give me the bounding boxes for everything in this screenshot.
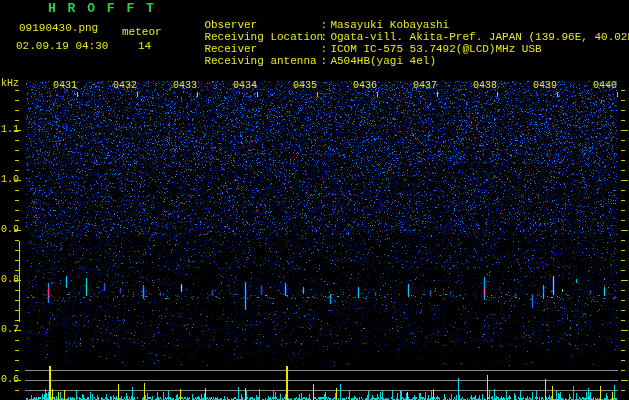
app-title: H R O F F T [48,3,156,15]
freq-label-0-6: 0.6 [1,374,17,386]
freq-label-0-8: 0.8 [1,274,17,286]
time-label-0437: 0437 [410,80,440,92]
freq-label-0-9: 0.9 [1,224,17,236]
freq-label-0-7: 0.7 [1,324,17,336]
info-value: A504HB(yagi 4el) [330,55,436,67]
observation-datetime: 02.09.19 04:30 [16,40,108,52]
info-colon: : [320,55,330,67]
freq-axis-unit: kHz [1,78,17,90]
time-label-0440: 0440 [590,80,620,92]
output-filename: 09190430.png [19,22,98,34]
freq-label-1-1: 1.1 [1,124,17,136]
time-label-0439: 0439 [530,80,560,92]
info-row-antenna: Receiving antenna:A504HB(yagi 4el) [178,43,436,79]
observation-mode: meteor [122,26,162,38]
time-label-0436: 0436 [350,80,380,92]
time-label-0434: 0434 [230,80,260,92]
hrofft-window: H R O F F T 09190430.png meteor 02.09.19… [0,0,629,400]
time-label-0435: 0435 [290,80,320,92]
meteor-count: 14 [138,40,151,52]
freq-label-1-0: 1.0 [1,174,17,186]
time-label-0431: 0431 [50,80,80,92]
time-label-0438: 0438 [470,80,500,92]
info-label: Receiving antenna [204,55,320,67]
time-label-0433: 0433 [170,80,200,92]
time-label-0432: 0432 [110,80,140,92]
